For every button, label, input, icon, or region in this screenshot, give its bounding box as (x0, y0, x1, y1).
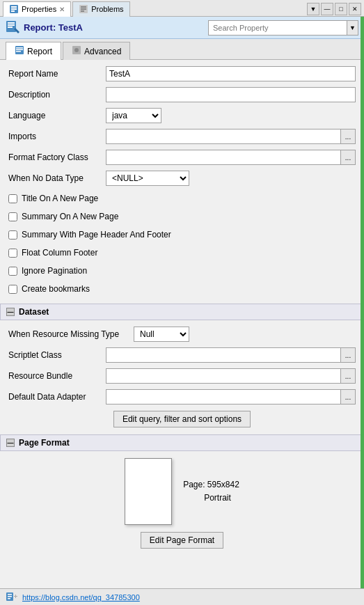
page-info-label: Page: 595x842 (183, 480, 239, 489)
resource-bundle-input[interactable] (106, 368, 340, 384)
imports-input[interactable] (106, 129, 340, 144)
search-dropdown[interactable]: ▼ (347, 20, 358, 36)
tab-properties[interactable]: Properties ✕ (3, 1, 71, 17)
format-factory-browse-button[interactable]: ... (340, 150, 356, 165)
scriptlet-input[interactable] (106, 347, 340, 363)
float-footer-label: Float Column Footer (22, 248, 97, 258)
status-icon (6, 590, 18, 604)
scriptlet-label: Scriptlet Class (8, 350, 106, 360)
default-data-adapter-input[interactable] (106, 389, 340, 404)
search-input[interactable] (208, 20, 347, 36)
title-new-page-checkbox[interactable] (8, 194, 17, 203)
scriptlet-row: Scriptlet Class ... (8, 347, 356, 363)
when-resource-select[interactable]: Null Error Empty (134, 327, 189, 342)
tab-properties-label: Properties (22, 5, 56, 13)
tab-advanced[interactable]: Advanced (63, 42, 130, 60)
main-content-area: Report Name Description Language java gr… (0, 60, 364, 588)
when-no-data-label: When No Data Type (8, 173, 106, 183)
resource-bundle-browse-button[interactable]: ... (340, 368, 356, 384)
report-sub-icon (15, 45, 24, 57)
checkbox-title-new-page: Title On A New Page (8, 191, 356, 206)
scrollable-content[interactable]: Report Name Description Language java gr… (0, 60, 364, 588)
green-strip (361, 17, 364, 588)
svg-rect-14 (16, 47, 23, 49)
resource-bundle-label: Resource Bundle (8, 371, 106, 381)
status-link[interactable]: https://blog.csdn.net/qq_34785300 (22, 593, 140, 602)
checkbox-summary-header-footer: Summary With Page Header And Footer (8, 227, 356, 242)
report-tab-label: Report (27, 47, 52, 56)
page-thumbnail (125, 458, 172, 525)
summary-new-page-checkbox[interactable] (8, 212, 17, 221)
checkbox-create-bookmarks: Create bookmarks (8, 281, 356, 297)
resource-bundle-row: Resource Bundle ... (8, 368, 356, 384)
tab-action-maximize[interactable]: □ (335, 3, 347, 15)
page-format-toggle[interactable]: — (6, 439, 15, 447)
ignore-pagination-label: Ignore Pagination (22, 266, 87, 276)
language-row: Language java groovy JavaScript (8, 107, 356, 124)
page-size: 595x842 (207, 480, 239, 489)
edit-page-format-button-container: Edit Page Format (8, 532, 356, 549)
svg-rect-22 (8, 598, 10, 599)
checkbox-ignore-pagination: Ignore Pagination (8, 263, 356, 278)
svg-rect-3 (11, 10, 15, 12)
title-new-page-label: Title On A New Page (22, 194, 98, 203)
create-bookmarks-checkbox[interactable] (8, 285, 17, 294)
edit-page-format-button[interactable]: Edit Page Format (141, 532, 223, 549)
page-format-section-header: — Page Format (0, 434, 364, 451)
page-title: Report: TestA (24, 22, 208, 33)
properties-tab-icon (9, 4, 19, 14)
edit-query-button[interactable]: Edit query, filter and sort options (113, 411, 251, 427)
summary-header-footer-checkbox[interactable] (8, 230, 17, 239)
format-factory-input[interactable] (106, 150, 340, 165)
tab-action-close[interactable]: ✕ (349, 3, 361, 15)
report-title-icon (6, 19, 19, 36)
svg-rect-1 (11, 6, 17, 8)
sub-tabs: Report Advanced (0, 39, 364, 60)
language-select[interactable]: java groovy JavaScript (106, 108, 161, 123)
svg-rect-5 (81, 6, 86, 8)
description-label: Description (8, 90, 106, 100)
summary-new-page-label: Summary On A New Page (22, 212, 118, 221)
tab-action-buttons: ▼ — □ ✕ (307, 3, 361, 15)
tab-bar: Properties ✕ Problems ▼ — □ ✕ (0, 0, 364, 17)
imports-browse-button[interactable]: ... (340, 129, 356, 144)
svg-point-18 (74, 48, 79, 52)
svg-rect-7 (81, 10, 84, 12)
report-name-label: Report Name (8, 69, 106, 79)
description-input[interactable] (106, 87, 356, 102)
tab-properties-close[interactable]: ✕ (59, 6, 65, 13)
when-resource-row: When Resource Missing Type Null Error Em… (8, 326, 356, 343)
tab-action-minimize[interactable]: — (321, 3, 333, 15)
when-no-data-row: When No Data Type <NULL> No Pages BlankP… (8, 170, 356, 187)
imports-row: Imports ... (8, 128, 356, 145)
default-data-adapter-browse-button[interactable]: ... (340, 389, 356, 404)
tab-action-dropdown[interactable]: ▼ (307, 3, 319, 15)
checkbox-float-footer: Float Column Footer (8, 245, 356, 260)
svg-rect-21 (8, 596, 12, 597)
status-bar: https://blog.csdn.net/qq_34785300 (0, 588, 364, 605)
report-name-input[interactable] (106, 66, 356, 81)
tab-report[interactable]: Report (6, 42, 61, 60)
page-preview-area: Page: 595x842 Portrait (8, 458, 356, 525)
scriptlet-browse-button[interactable]: ... (340, 347, 356, 363)
tab-problems[interactable]: Problems (72, 1, 129, 17)
dataset-header-label: Dataset (19, 307, 49, 317)
advanced-tab-label: Advanced (84, 47, 121, 56)
imports-label: Imports (8, 132, 106, 141)
create-bookmarks-label: Create bookmarks (22, 284, 90, 294)
svg-rect-9 (8, 22, 15, 24)
dataset-toggle[interactable]: — (6, 308, 15, 316)
default-data-adapter-label: Default Data Adapter (8, 392, 106, 402)
summary-header-footer-label: Summary With Page Header And Footer (22, 230, 171, 239)
svg-rect-6 (81, 8, 86, 10)
when-no-data-select[interactable]: <NULL> No Pages BlankPage AllSectionsNoD… (106, 171, 189, 186)
report-name-row: Report Name (8, 65, 356, 82)
title-bar: Report: TestA ▼ (0, 17, 364, 39)
svg-rect-11 (8, 26, 13, 28)
page-format-header-label: Page Format (19, 438, 70, 448)
ignore-pagination-checkbox[interactable] (8, 267, 17, 276)
page-orientation: Portrait (183, 493, 231, 503)
format-factory-row: Format Factory Class ... (8, 149, 356, 166)
float-footer-checkbox[interactable] (8, 249, 17, 258)
language-label: Language (8, 111, 106, 120)
